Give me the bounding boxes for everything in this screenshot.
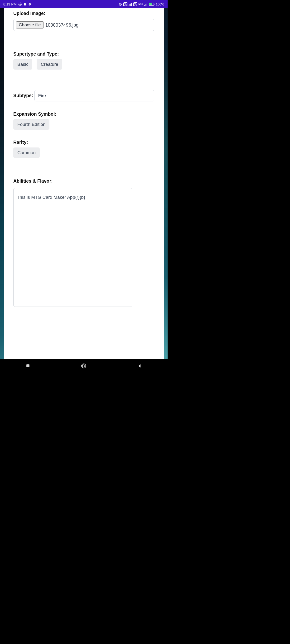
abilities-textarea[interactable] xyxy=(17,194,129,301)
recent-apps-button[interactable] xyxy=(0,364,56,368)
supertype-type-group: Supertype and Type: Basic Creature xyxy=(13,51,154,70)
volte-badge-icon: VoLTE xyxy=(123,2,127,6)
upload-image-group: Upload Image: Choose file 1000037496.jpg xyxy=(13,11,154,31)
subtype-group: Subtype: xyxy=(13,90,154,102)
signal-icon-2 xyxy=(144,3,148,6)
subtype-label: Subtype: xyxy=(13,93,33,98)
expansion-select[interactable]: Fourth Edition xyxy=(13,119,50,130)
form-card: Upload Image: Choose file 1000037496.jpg… xyxy=(4,8,164,359)
background-area: Upload Image: Choose file 1000037496.jpg… xyxy=(0,8,168,359)
abilities-textarea-wrap[interactable] xyxy=(13,188,132,307)
sync-icon xyxy=(118,2,122,6)
svg-rect-5 xyxy=(131,3,132,6)
svg-rect-13 xyxy=(26,364,30,367)
status-time: 8:19 PM xyxy=(3,2,17,6)
home-button[interactable] xyxy=(56,363,112,369)
volte-badge-icon-2: VoLTE xyxy=(133,2,137,6)
upload-badge-icon xyxy=(24,2,27,6)
status-right: VoLTE VoLTE 5G‡ 100% xyxy=(118,2,164,6)
supertype-select[interactable]: Basic xyxy=(13,59,32,70)
rarity-select[interactable]: Common xyxy=(13,148,40,158)
svg-rect-12 xyxy=(154,4,155,5)
svg-rect-6 xyxy=(144,5,145,6)
type-select[interactable]: Creature xyxy=(37,59,62,70)
signal-icon xyxy=(129,3,132,6)
subtype-input[interactable] xyxy=(35,90,154,102)
svg-rect-4 xyxy=(130,4,131,6)
svg-point-0 xyxy=(20,4,21,5)
battery-charging-icon xyxy=(149,2,155,6)
status-left: 8:19 PM xyxy=(3,2,32,6)
network-type: 5G‡ xyxy=(138,3,143,6)
file-picker[interactable]: Choose file 1000037496.jpg xyxy=(13,19,154,31)
battery-percent: 100% xyxy=(156,2,164,6)
svg-rect-3 xyxy=(129,4,130,6)
svg-rect-2 xyxy=(129,5,129,6)
upload-image-label: Upload Image: xyxy=(13,11,154,16)
choose-file-button[interactable]: Choose file xyxy=(16,21,44,28)
rarity-group: Rarity: Common xyxy=(13,140,154,158)
supertype-type-label: Supertype and Type: xyxy=(13,51,154,57)
status-bar: 8:19 PM VoLTE VoLTE 5G‡ 100% xyxy=(0,0,168,8)
svg-point-14 xyxy=(82,364,86,368)
expansion-group: Expansion Symbol: Fourth Edition xyxy=(13,111,154,130)
abilities-group: Abilities & Flavor: xyxy=(13,178,154,307)
android-nav-bar xyxy=(0,359,168,372)
rarity-label: Rarity: xyxy=(13,140,154,145)
gear-outline-icon xyxy=(18,2,22,6)
svg-rect-9 xyxy=(147,3,147,6)
abilities-label: Abilities & Flavor: xyxy=(13,178,154,184)
svg-rect-7 xyxy=(145,4,145,6)
expansion-label: Expansion Symbol: xyxy=(13,111,154,117)
settings-icon xyxy=(28,2,32,6)
back-button[interactable] xyxy=(112,364,167,368)
chosen-filename: 1000037496.jpg xyxy=(45,22,79,28)
svg-rect-8 xyxy=(146,4,146,6)
svg-point-15 xyxy=(83,365,85,367)
